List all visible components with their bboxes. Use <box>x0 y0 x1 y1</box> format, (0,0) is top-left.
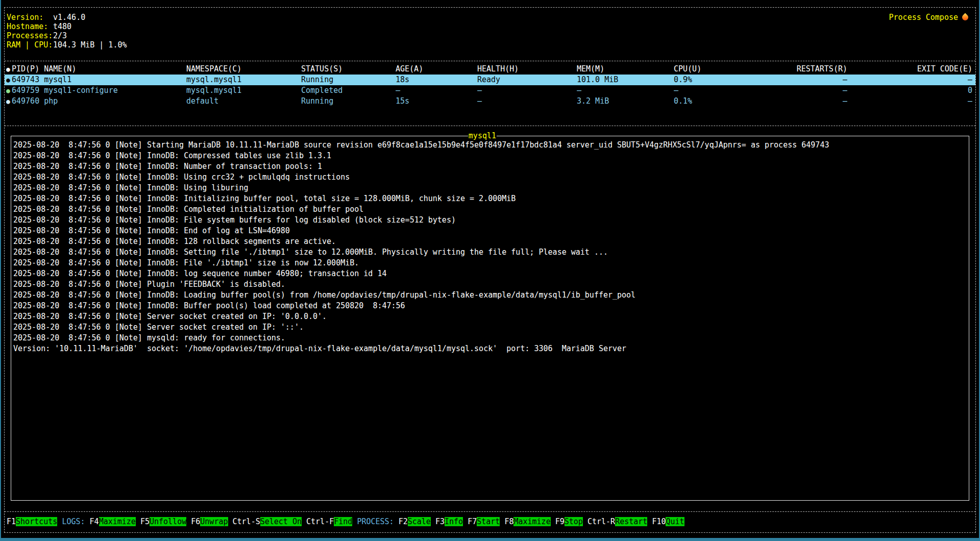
col-exit-code: EXIT CODE(E) <box>847 64 972 75</box>
log-line: 2025-08-20 8:47:56 0 [Note] Plugin 'FEED… <box>13 279 969 290</box>
cell-health: Ready <box>477 75 577 85</box>
shortcut-shortcuts-button[interactable]: Shortcuts <box>16 517 57 526</box>
pid-name-text: 649743 mysql1 <box>12 75 71 84</box>
process-row-php[interactable]: ●649760 phpdefaultRunning15s–3.2 MiB0.1%… <box>5 96 975 107</box>
pid-name-text: 649760 php <box>12 96 58 106</box>
log-area: mysql1 2025-08-20 8:47:56 0 [Note] Start… <box>5 126 975 511</box>
ram-cpu-value: 104.3 MiB | 1.0% <box>53 40 127 50</box>
shortcut-key-f9[interactable]: F9 <box>555 517 565 526</box>
shortcut-start-button[interactable]: Start <box>477 517 500 526</box>
status-dot-icon: ● <box>6 96 12 107</box>
shortcut-key-ctrl-s[interactable]: Ctrl-S <box>233 517 260 526</box>
col-mem: MEM(M) <box>577 64 674 75</box>
col-status: STATUS(S) <box>301 64 396 75</box>
shortcut-unwrap-button[interactable]: Unwrap <box>200 517 228 526</box>
cell-cpu: 0.9% <box>674 75 723 85</box>
shortcut-restart-button[interactable]: Restart <box>615 517 647 526</box>
process-row-mysql1-configure[interactable]: ●649759 mysql1-configuremysql.mysql1Comp… <box>5 85 975 96</box>
log-line: 2025-08-20 8:47:56 0 [Note] InnoDB: Numb… <box>13 161 969 172</box>
col-pid-name: PID(P) NAME(N) <box>12 64 76 73</box>
log-line: 2025-08-20 8:47:56 0 [Note] InnoDB: Load… <box>13 290 969 301</box>
shortcut-key-f4[interactable]: F4 <box>90 517 99 526</box>
shortcut-maximize-button[interactable]: Maximize <box>99 517 136 526</box>
version-label: Version: <box>7 13 53 22</box>
table-body: ●649743 mysql1mysql.mysql1Running18sRead… <box>5 75 975 107</box>
pid-name-text: 649759 mysql1-configure <box>12 86 118 95</box>
shortcut-unfollow-button[interactable]: Unfollow <box>150 517 186 526</box>
log-line: 2025-08-20 8:47:56 0 [Note] InnoDB: Sett… <box>13 247 969 258</box>
shortcut-maximize-button[interactable]: Maximize <box>513 517 550 526</box>
cell-namespace: mysql.mysql1 <box>186 85 301 96</box>
cell-namespace: default <box>186 96 301 107</box>
col-cpu: CPU(U) <box>674 64 723 75</box>
cell-status: Running <box>301 75 396 85</box>
shortcut-key-f5[interactable]: F5 <box>140 517 150 526</box>
shortcut-key-f1[interactable]: F1 <box>7 517 16 526</box>
app-title-text: Process Compose <box>889 13 958 22</box>
col-pid-name-cell: ●PID(P) NAME(N) <box>6 64 186 75</box>
ram-cpu-row: RAM | CPU:104.3 MiB | 1.0% <box>7 40 975 50</box>
hostname-value: t480 <box>53 22 71 31</box>
log-panel[interactable]: mysql1 2025-08-20 8:47:56 0 [Note] Start… <box>11 136 969 501</box>
cell-restarts: – <box>723 75 847 85</box>
process-table: ●PID(P) NAME(N) NAMESPACE(C) STATUS(S) A… <box>5 61 975 126</box>
cell-exit-code: – <box>847 75 972 85</box>
col-restarts: RESTARTS(R) <box>723 64 847 75</box>
shortcut-key-f8[interactable]: F8 <box>504 517 513 526</box>
log-line: 2025-08-20 8:47:56 0 [Note] InnoDB: Buff… <box>13 301 969 311</box>
shortcut-key-ctrl-f[interactable]: Ctrl-F <box>306 517 334 526</box>
status-dot-icon: ● <box>6 75 12 85</box>
shortcut-quit-button[interactable]: Quit <box>666 517 684 526</box>
cell-age: 18s <box>396 75 477 85</box>
log-panel-title: mysql1 <box>468 131 497 141</box>
log-line: 2025-08-20 8:47:56 0 [Note] InnoDB: End … <box>13 226 969 236</box>
log-line: 2025-08-20 8:47:56 0 [Note] InnoDB: Comp… <box>13 151 969 161</box>
shortcut-section-logs: LOGS: <box>62 517 85 526</box>
log-line: 2025-08-20 8:47:56 0 [Note] InnoDB: Usin… <box>13 183 969 193</box>
log-line: 2025-08-20 8:47:56 0 [Note] Server socke… <box>13 311 969 322</box>
cell-pid-name: ●649760 php <box>6 96 186 107</box>
cell-health: – <box>477 85 577 96</box>
log-line: Version: '10.11.11-MariaDB' socket: '/ho… <box>13 343 969 354</box>
log-line: 2025-08-20 8:47:56 0 [Note] InnoDB: log … <box>13 268 969 279</box>
processes-value: 2/3 <box>53 31 67 40</box>
shortcut-key-f7[interactable]: F7 <box>468 517 477 526</box>
process-compose-app: Version:v1.46.0 Hostname:t480 Processes:… <box>4 7 976 533</box>
shortcut-select-on-button[interactable]: Select On <box>260 517 302 526</box>
app-title: Process Compose <box>889 13 968 22</box>
log-line: 2025-08-20 8:47:56 0 [Note] InnoDB: 128 … <box>13 236 969 247</box>
shortcut-key-f2[interactable]: F2 <box>399 517 408 526</box>
ram-cpu-label: RAM | CPU: <box>7 40 53 50</box>
cell-cpu: 0.1% <box>674 96 723 107</box>
window-border-left <box>0 0 1 541</box>
cell-mem: 101.0 MiB <box>577 75 674 85</box>
cell-exit-code: 0 <box>847 85 972 96</box>
shortcut-stop-button[interactable]: Stop <box>565 517 583 526</box>
cell-pid-name: ●649759 mysql1-configure <box>6 85 186 96</box>
status-dot-icon: ● <box>6 85 12 96</box>
version-value: v1.46.0 <box>53 13 85 22</box>
log-line: 2025-08-20 8:47:56 0 [Note] InnoDB: Init… <box>13 193 969 204</box>
shortcut-section-process: PROCESS: <box>357 517 394 526</box>
process-row-mysql1[interactable]: ●649743 mysql1mysql.mysql1Running18sRead… <box>5 75 975 85</box>
table-header-row: ●PID(P) NAME(N) NAMESPACE(C) STATUS(S) A… <box>5 64 975 75</box>
shortcut-find-button[interactable]: Find <box>334 517 352 526</box>
log-line: 2025-08-20 8:47:56 0 [Note] mysqld: read… <box>13 333 969 343</box>
cell-pid-name: ●649743 mysql1 <box>6 75 186 85</box>
col-namespace: NAMESPACE(C) <box>186 64 301 75</box>
shortcut-bar: F1Shortcuts LOGS: F4Maximize F5Unfollow … <box>5 511 975 532</box>
shortcut-key-f3[interactable]: F3 <box>435 517 445 526</box>
hostname-row: Hostname:t480 <box>7 22 975 31</box>
shortcut-key-f6[interactable]: F6 <box>191 517 200 526</box>
cell-cpu: – <box>674 85 723 96</box>
processes-label: Processes: <box>7 31 53 40</box>
log-line: 2025-08-20 8:47:56 0 [Note] InnoDB: Comp… <box>13 204 969 215</box>
shortcut-key-f10[interactable]: F10 <box>652 517 666 526</box>
cell-status: Completed <box>301 85 396 96</box>
fire-icon <box>961 13 970 22</box>
shortcut-scale-button[interactable]: Scale <box>408 517 431 526</box>
log-line: 2025-08-20 8:47:56 0 [Note] InnoDB: File… <box>13 258 969 268</box>
cell-restarts: – <box>723 85 847 96</box>
shortcut-key-ctrl-r[interactable]: Ctrl-R <box>587 517 615 526</box>
shortcut-info-button[interactable]: Info <box>445 517 463 526</box>
